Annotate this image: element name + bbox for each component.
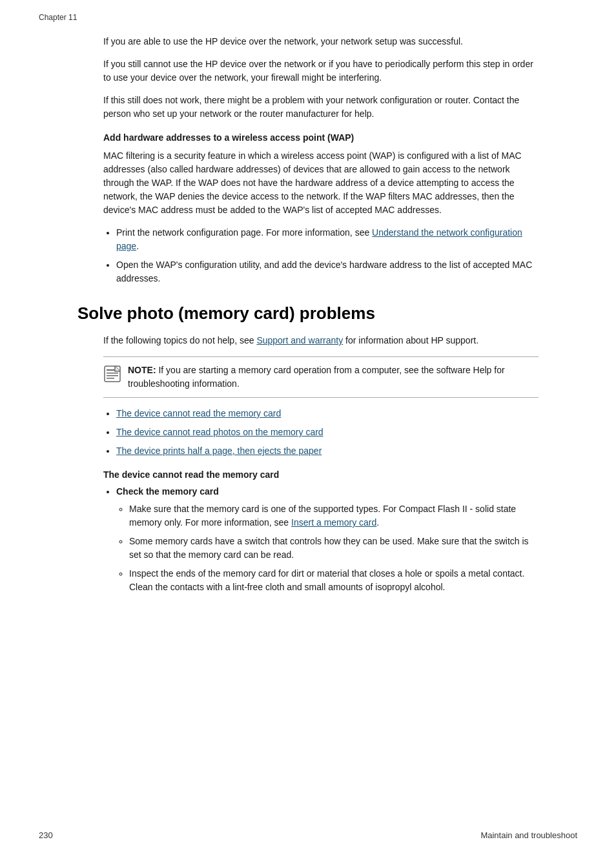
page-container: Chapter 11 If you are able to use the HP… xyxy=(0,0,616,853)
footer-section-label: Maintain and troubleshoot xyxy=(480,830,577,840)
solve-section-content: If the following topics do not help, see… xyxy=(103,334,539,594)
chapter-label: Chapter 11 xyxy=(39,13,577,22)
check-memory-label: Check the memory card xyxy=(116,486,219,497)
solve-main-heading: Solve photo (memory card) problems xyxy=(77,303,577,324)
solve-links-list: The device cannot read the memory card T… xyxy=(116,407,539,458)
content-block: If you are able to use the HP device ove… xyxy=(103,35,539,285)
paragraph-3: If this still does not work, there might… xyxy=(103,94,539,121)
sub-bullet-2-text: Some memory cards have a switch that con… xyxy=(129,536,529,560)
svg-rect-1 xyxy=(107,369,116,371)
wap-section: Add hardware addresses to a wireless acc… xyxy=(103,132,539,285)
sub-bullet-3-text: Inspect the ends of the memory card for … xyxy=(129,568,524,592)
page-number: 230 xyxy=(39,830,53,840)
sub-bullet-1-text-after: . xyxy=(376,517,379,528)
memory-card-read-link[interactable]: The device cannot read the memory card xyxy=(116,408,281,418)
wap-bullets: Print the network configuration page. Fo… xyxy=(116,226,539,285)
check-memory-item: Check the memory card Make sure that the… xyxy=(116,485,539,594)
svg-rect-3 xyxy=(107,375,118,376)
memory-card-photos-link[interactable]: The device cannot read photos on the mem… xyxy=(116,427,323,437)
svg-rect-2 xyxy=(107,373,118,374)
note-content: NOTE: If you are starting a memory card … xyxy=(128,364,539,391)
solve-link-item-1: The device cannot read the memory card xyxy=(116,407,539,420)
svg-rect-4 xyxy=(107,378,114,379)
solve-intro-after: for information about HP support. xyxy=(343,335,478,345)
wap-bullet-2: Open the WAP's configuration utility, an… xyxy=(116,258,539,285)
paragraph-1: If you are able to use the HP device ove… xyxy=(103,35,539,48)
wap-heading: Add hardware addresses to a wireless acc… xyxy=(103,132,539,143)
note-text: If you are starting a memory card operat… xyxy=(128,365,505,389)
wap-bullet-1-text-after: . xyxy=(136,241,139,251)
note-label: NOTE: xyxy=(128,365,156,375)
sub-bullet-2: Some memory cards have a switch that con… xyxy=(129,535,539,562)
note-box: NOTE: If you are starting a memory card … xyxy=(103,356,539,398)
page-footer: 230 Maintain and troubleshoot xyxy=(39,830,577,840)
insert-memory-card-link[interactable]: Insert a memory card xyxy=(291,517,376,528)
sub-memory-bullets: Make sure that the memory card is one of… xyxy=(129,502,539,594)
wap-body: MAC filtering is a security feature in w… xyxy=(103,149,539,217)
sub-bullet-3: Inspect the ends of the memory card for … xyxy=(129,567,539,594)
solve-link-item-3: The device prints half a page, then ejec… xyxy=(116,444,539,458)
support-warranty-link[interactable]: Support and warranty xyxy=(256,335,343,345)
device-cannot-read-section: The device cannot read the memory card C… xyxy=(103,469,539,594)
prints-half-page-link[interactable]: The device prints half a page, then ejec… xyxy=(116,446,322,456)
check-memory-bullets: Check the memory card Make sure that the… xyxy=(116,485,539,594)
wap-bullet-1: Print the network configuration page. Fo… xyxy=(116,226,539,253)
wap-bullet-1-text-before: Print the network configuration page. Fo… xyxy=(116,227,372,238)
solve-intro: If the following topics do not help, see… xyxy=(103,334,539,347)
solve-intro-before: If the following topics do not help, see xyxy=(103,335,256,345)
paragraph-2: If you still cannot use the HP device ov… xyxy=(103,57,539,85)
wap-bullet-2-text: Open the WAP's configuration utility, an… xyxy=(116,260,532,283)
note-icon xyxy=(103,365,121,383)
sub-bullet-1: Make sure that the memory card is one of… xyxy=(129,502,539,529)
device-cannot-read-heading: The device cannot read the memory card xyxy=(103,469,539,480)
solve-link-item-2: The device cannot read photos on the mem… xyxy=(116,426,539,439)
